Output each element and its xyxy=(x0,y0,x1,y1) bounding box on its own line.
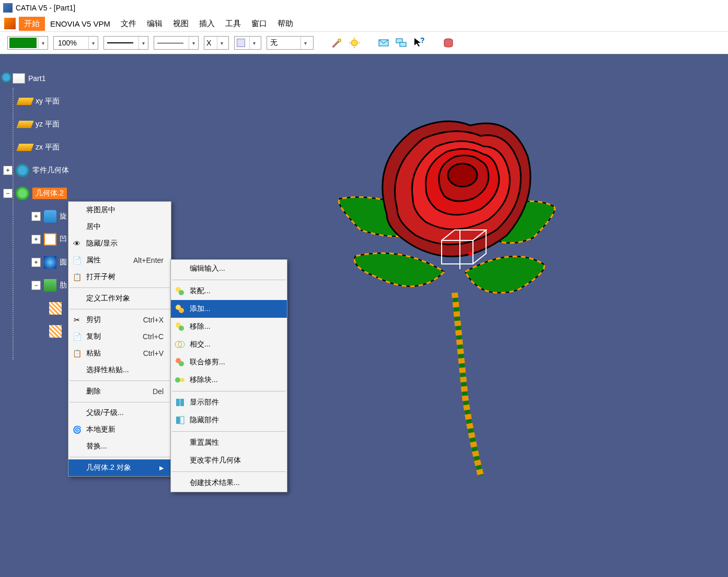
tree-zx-plane[interactable]: zx 平面 xyxy=(18,136,69,159)
svg-rect-21 xyxy=(176,417,180,424)
sm-reset-prop[interactable]: 重置属性 xyxy=(171,434,287,452)
database-icon[interactable] xyxy=(442,37,455,49)
title-bar: CATIA V5 - [Part1] xyxy=(0,0,728,16)
sm-assemble[interactable]: 装配... xyxy=(171,282,287,300)
tree-partbody[interactable]: +零件几何体 xyxy=(3,159,69,182)
svg-rect-4 xyxy=(400,42,406,47)
menu-view[interactable]: 视图 xyxy=(168,17,194,31)
tree-root[interactable]: Part1 xyxy=(3,67,69,90)
zoom-dropdown[interactable]: 100%▾ xyxy=(53,36,98,50)
svg-rect-20 xyxy=(180,399,184,406)
plane-label: yz 平面 xyxy=(36,120,60,129)
svg-text:?: ? xyxy=(420,37,425,44)
collapse-icon[interactable]: − xyxy=(3,189,13,198)
cm-delete[interactable]: 删除Del xyxy=(68,383,171,400)
tree-child-rotate[interactable]: +旋 xyxy=(31,205,69,228)
cm-open-subtree[interactable]: 📋打开子树 xyxy=(68,269,171,285)
sm-show-comp[interactable]: 显示部件 xyxy=(171,394,287,411)
cm-hide-show[interactable]: 👁隐藏/显示 xyxy=(68,235,171,252)
cm-paste[interactable]: 📋粘贴Ctrl+V xyxy=(68,345,171,362)
menu-bar: 开始 ENOVIA V5 VPM 文件 编辑 视图 插入 工具 窗口 帮助 xyxy=(0,16,728,31)
cm-parent-child[interactable]: 父级/子级... xyxy=(68,405,171,421)
rose-model[interactable] xyxy=(324,110,564,486)
tree-child-rib[interactable]: −肋 xyxy=(31,274,69,297)
brush-icon[interactable] xyxy=(330,37,343,49)
layer-dropdown[interactable]: 无▾ xyxy=(267,36,314,50)
line-sample-thin xyxy=(157,43,183,43)
sm-union-trim[interactable]: 联合修剪... xyxy=(171,353,287,371)
tree-body2[interactable]: −几何体.2 xyxy=(3,182,69,205)
tree-child-pocket[interactable]: +凹 xyxy=(31,228,69,251)
cm-define-work[interactable]: 定义工作对象 xyxy=(68,290,171,307)
mail-multi-icon[interactable] xyxy=(395,37,408,49)
svg-rect-0 xyxy=(338,39,341,42)
cm-center[interactable]: 居中 xyxy=(68,218,171,235)
plane-label: xy 平面 xyxy=(36,97,60,106)
tree-child-sketch2[interactable] xyxy=(49,320,69,343)
color-dropdown[interactable]: ▾ xyxy=(7,36,48,50)
context-menu: 将图居中 居中 👁隐藏/显示 📄属性Alt+Enter 📋打开子树 定义工作对象… xyxy=(68,201,171,477)
menu-window[interactable]: 窗口 xyxy=(246,17,272,31)
sm-edit-input[interactable]: 编辑输入... xyxy=(171,260,287,278)
intersect-icon xyxy=(174,339,186,350)
chevron-down-icon: ▾ xyxy=(249,37,259,49)
catia-logo-icon xyxy=(4,18,16,29)
cm-local-update[interactable]: 🌀本地更新 xyxy=(68,421,171,438)
point-x: X xyxy=(206,39,211,47)
separator xyxy=(172,280,286,280)
body2-label: 几何体.2 xyxy=(32,188,67,199)
expand-icon[interactable]: + xyxy=(31,258,41,267)
sm-add[interactable]: 添加... xyxy=(171,300,287,318)
render-dropdown[interactable]: ▾ xyxy=(234,36,261,50)
sm-remove[interactable]: 移除... xyxy=(171,318,287,336)
rotate-icon xyxy=(44,210,56,223)
window-title: CATIA V5 - [Part1] xyxy=(16,4,75,12)
menu-edit[interactable]: 编辑 xyxy=(142,17,168,31)
lineweight-dropdown[interactable]: ▾ xyxy=(154,36,199,50)
gear-icon xyxy=(1,72,11,83)
object-submenu: 编辑输入... 装配... 添加... 移除... 相交... 联合修剪... … xyxy=(170,259,287,492)
tree-yz-plane[interactable]: yz 平面 xyxy=(18,113,69,136)
help-cursor-icon[interactable]: ? xyxy=(413,37,425,49)
child-label: 凹 xyxy=(60,235,67,244)
expand-icon[interactable]: + xyxy=(31,212,41,221)
cm-paste-special[interactable]: 选择性粘贴... xyxy=(68,362,171,378)
wand-icon[interactable] xyxy=(348,37,361,49)
sm-create-tech[interactable]: 创建技术结果... xyxy=(171,474,287,492)
menu-insert[interactable]: 插入 xyxy=(194,17,220,31)
pocket-icon xyxy=(44,233,56,246)
child-label: 圆 xyxy=(60,258,67,267)
menu-enovia[interactable]: ENOVIA V5 VPM xyxy=(45,17,115,30)
linetype-dropdown[interactable]: ▾ xyxy=(103,36,148,50)
svg-point-12 xyxy=(179,326,184,331)
menu-file[interactable]: 文件 xyxy=(115,17,142,31)
menu-tool[interactable]: 工具 xyxy=(220,17,246,31)
tree-child-circle[interactable]: +圆 xyxy=(31,251,69,274)
cm-object[interactable]: 几何体.2 对象▶ xyxy=(68,459,171,476)
copy-icon: 📄 xyxy=(72,331,82,342)
cm-center-graph[interactable]: 将图居中 xyxy=(68,202,171,218)
menu-help[interactable]: 帮助 xyxy=(272,17,298,31)
sm-intersect[interactable]: 相交... xyxy=(171,336,287,353)
trim-icon xyxy=(174,356,186,368)
tree-child-sketch1[interactable] xyxy=(49,297,69,320)
point-dropdown[interactable]: X▾ xyxy=(204,36,229,50)
mail-icon[interactable] xyxy=(377,37,390,49)
sm-change-body[interactable]: 更改零件几何体 xyxy=(171,452,287,469)
expand-icon[interactable]: + xyxy=(3,166,13,175)
separator xyxy=(172,391,286,391)
collapse-icon[interactable]: − xyxy=(31,281,41,290)
cm-copy[interactable]: 📄复制Ctrl+C xyxy=(68,328,171,345)
menu-start[interactable]: 开始 xyxy=(19,17,45,31)
cm-replace[interactable]: 替换... xyxy=(68,438,171,455)
cm-properties[interactable]: 📄属性Alt+Enter xyxy=(68,252,171,269)
tree-xy-plane[interactable]: xy 平面 xyxy=(18,90,69,113)
sm-hide-comp[interactable]: 隐藏部件 xyxy=(171,411,287,429)
sm-remove-lump[interactable]: 移除块... xyxy=(171,371,287,389)
update-icon: 🌀 xyxy=(72,424,82,435)
chevron-down-icon: ▾ xyxy=(189,37,198,49)
cm-cut[interactable]: ✂剪切Ctrl+X xyxy=(68,311,171,328)
gear-icon xyxy=(16,164,29,177)
expand-icon[interactable]: + xyxy=(31,235,41,244)
sketch-icon xyxy=(49,325,62,338)
